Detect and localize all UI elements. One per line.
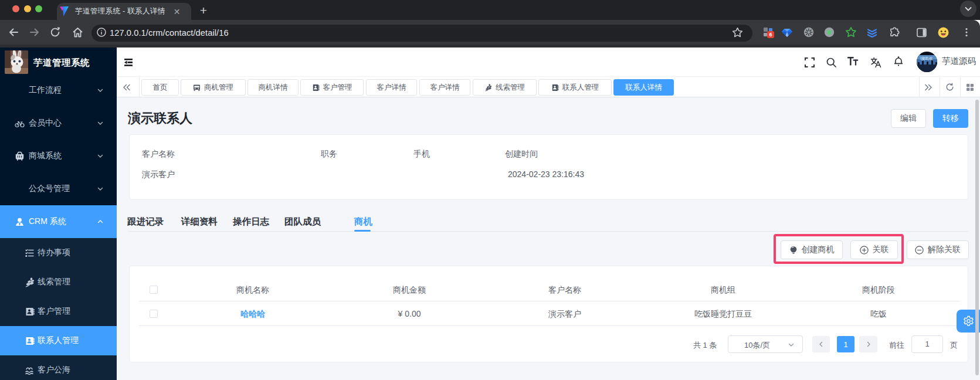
svg-text:义乌欢: 义乌欢 [921, 56, 933, 61]
svg-text:6: 6 [769, 32, 772, 38]
